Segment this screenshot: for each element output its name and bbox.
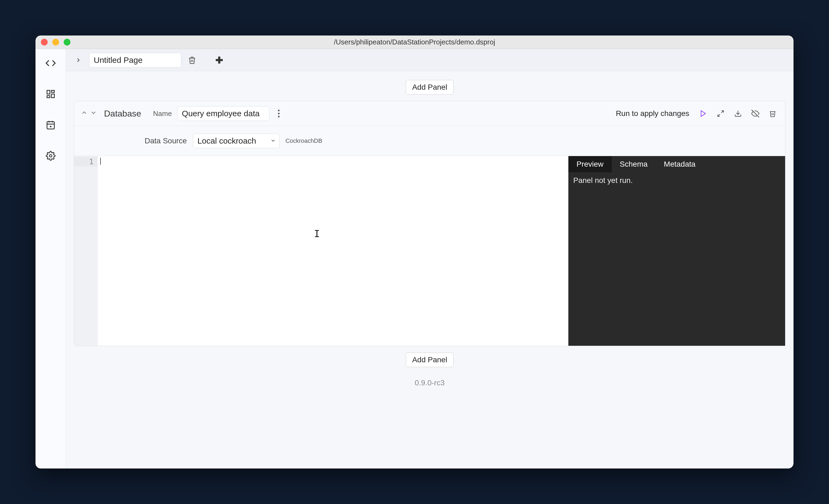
dashboard-icon[interactable] — [45, 88, 57, 100]
page-tabs-row: ✚ — [66, 49, 794, 71]
svg-rect-3 — [47, 96, 50, 98]
window-title: /Users/philipeaton/DataStationProjects/d… — [334, 38, 495, 46]
svg-rect-1 — [51, 91, 55, 93]
panel: Database Name Run to apply changes — [74, 101, 785, 346]
code-editor[interactable]: 1 I — [74, 156, 568, 346]
panel-reorder — [81, 109, 97, 118]
result-message: Panel not yet run. — [573, 176, 633, 184]
run-hint-label: Run to apply changes — [616, 109, 689, 118]
titlebar: /Users/philipeaton/DataStationProjects/d… — [35, 36, 794, 49]
expand-sidebar-button[interactable] — [73, 55, 84, 66]
data-source-label: Data Source — [145, 137, 187, 145]
app-window: /Users/philipeaton/DataStationProjects/d… — [35, 36, 794, 468]
close-window-button[interactable] — [41, 39, 48, 45]
text-cursor-icon: I — [314, 228, 320, 239]
svg-rect-2 — [51, 94, 55, 98]
svg-rect-4 — [47, 122, 54, 129]
tab-schema[interactable]: Schema — [612, 156, 656, 172]
svg-line-15 — [721, 111, 723, 113]
line-number: 1 — [74, 157, 97, 167]
panel-config-row: Data Source CockroachDB — [74, 126, 785, 156]
fullscreen-button[interactable] — [715, 108, 727, 119]
panel-name-label: Name — [153, 109, 172, 118]
add-panel-button-top[interactable]: Add Panel — [406, 80, 453, 95]
panel-body: 1 I Preview Schema Metadata — [74, 156, 785, 346]
hide-button[interactable] — [749, 108, 761, 119]
line-gutter: 1 — [74, 156, 98, 346]
code-icon[interactable] — [45, 57, 57, 69]
window-controls — [41, 39, 70, 45]
page-body: Add Panel Database Name — [66, 71, 794, 468]
content: ✚ Add Panel — [35, 49, 794, 468]
panel-menu-button[interactable] — [275, 108, 283, 119]
code-area[interactable]: I — [98, 156, 568, 346]
text-caret — [100, 158, 101, 165]
svg-point-12 — [278, 113, 280, 114]
minimize-window-button[interactable] — [52, 39, 59, 45]
maximize-window-button[interactable] — [64, 39, 70, 45]
data-source-select-wrap — [193, 134, 280, 148]
svg-point-10 — [49, 155, 52, 157]
version-label: 0.9.0-rc3 — [74, 370, 785, 395]
download-button[interactable] — [732, 108, 744, 119]
svg-rect-0 — [47, 91, 50, 94]
gear-icon[interactable] — [45, 150, 57, 162]
calendar-icon[interactable] — [45, 119, 57, 131]
add-panel-top-wrap: Add Panel — [74, 77, 785, 98]
panel-name-input[interactable] — [177, 106, 269, 121]
panel-header: Database Name Run to apply changes — [74, 101, 785, 126]
svg-point-11 — [278, 110, 280, 111]
data-source-select[interactable] — [193, 134, 280, 148]
panel-type-label: Database — [104, 109, 141, 119]
move-panel-up-button[interactable] — [81, 109, 88, 118]
svg-line-16 — [718, 114, 720, 116]
add-panel-button-bottom[interactable]: Add Panel — [406, 353, 453, 367]
add-page-button[interactable]: ✚ — [214, 55, 225, 66]
move-panel-down-button[interactable] — [90, 109, 97, 118]
delete-page-button[interactable] — [187, 55, 197, 66]
run-panel-button[interactable] — [697, 108, 709, 119]
svg-point-13 — [278, 116, 280, 117]
main: ✚ Add Panel — [66, 49, 794, 468]
result-tabs: Preview Schema Metadata — [568, 156, 785, 172]
svg-marker-14 — [701, 111, 706, 116]
results-pane: Preview Schema Metadata Panel not yet ru… — [568, 156, 785, 346]
delete-panel-button[interactable] — [767, 108, 779, 119]
result-body: Panel not yet run. — [568, 172, 785, 346]
db-engine-label: CockroachDB — [286, 137, 322, 144]
tab-preview[interactable]: Preview — [568, 156, 612, 172]
add-panel-bottom-wrap: Add Panel — [74, 349, 785, 370]
tab-metadata[interactable]: Metadata — [656, 156, 704, 172]
page-name-input[interactable] — [89, 53, 181, 68]
sidebar — [35, 49, 66, 468]
